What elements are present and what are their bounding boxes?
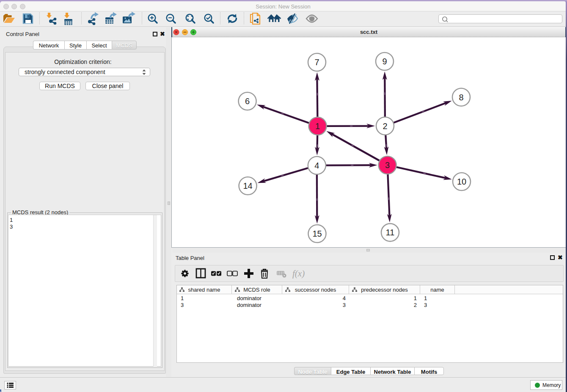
svg-text:8: 8 bbox=[459, 92, 463, 102]
svg-text:3: 3 bbox=[385, 160, 390, 170]
svg-text:f(x): f(x) bbox=[292, 268, 305, 279]
svg-text:7: 7 bbox=[314, 58, 319, 67]
svg-text:15: 15 bbox=[312, 229, 322, 238]
svg-text:2: 2 bbox=[383, 121, 387, 130]
svg-text:9: 9 bbox=[382, 57, 387, 66]
svg-text:10: 10 bbox=[457, 177, 466, 186]
svg-text:4: 4 bbox=[314, 160, 319, 170]
svg-text:6: 6 bbox=[245, 97, 250, 106]
svg-text:1: 1 bbox=[315, 121, 320, 130]
svg-text:11: 11 bbox=[386, 228, 395, 237]
svg-text:14: 14 bbox=[243, 181, 252, 190]
